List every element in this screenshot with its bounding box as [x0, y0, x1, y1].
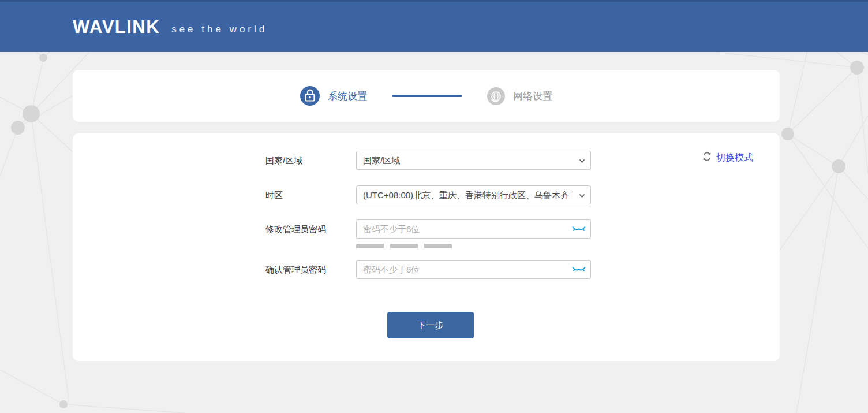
app-header: WAVLINK see the world — [0, 0, 868, 52]
admin-password-row: 修改管理员密码 — [265, 219, 780, 248]
eye-closed-icon — [572, 265, 586, 274]
form-body: 国家/区域 国家/区域 时区 (UTC+08:00)北京、重庆、香港特别行政区、… — [73, 133, 780, 338]
country-region-row: 国家/区域 国家/区域 — [265, 151, 780, 170]
step-network-settings-label: 网络设置 — [513, 90, 552, 103]
step-system-settings-label: 系统设置 — [328, 90, 367, 103]
logo-tagline: see the world — [171, 24, 267, 35]
step-network-settings: 网络设置 — [487, 87, 552, 105]
toggle-password-visibility-button[interactable] — [571, 265, 586, 274]
lock-icon — [300, 86, 320, 106]
admin-password-control — [356, 219, 591, 248]
timezone-label: 时区 — [265, 185, 356, 201]
strength-bar-2 — [390, 244, 418, 248]
next-step-button[interactable]: 下一步 — [387, 312, 474, 338]
timezone-select[interactable]: (UTC+08:00)北京、重庆、香港特别行政区、乌鲁木齐 — [356, 185, 591, 204]
timezone-row: 时区 (UTC+08:00)北京、重庆、香港特别行政区、乌鲁木齐 — [265, 185, 780, 204]
eye-closed-icon — [572, 225, 586, 234]
toggle-password-visibility-button[interactable] — [571, 225, 586, 234]
country-region-label: 国家/区域 — [265, 151, 356, 166]
step-system-settings: 系统设置 — [300, 86, 367, 106]
step-connector-line — [392, 95, 462, 97]
admin-password-label: 修改管理员密码 — [265, 219, 356, 235]
confirm-password-label: 确认管理员密码 — [265, 260, 356, 276]
globe-icon — [487, 87, 505, 105]
confirm-password-input[interactable] — [356, 260, 591, 279]
strength-bar-3 — [424, 244, 452, 248]
confirm-password-control — [356, 260, 591, 279]
wavlink-logo: WAVLINK — [73, 17, 160, 38]
confirm-password-row: 确认管理员密码 — [265, 260, 780, 279]
admin-password-input[interactable] — [356, 219, 591, 239]
system-settings-form-card: 切换模式 国家/区域 国家/区域 时区 (UTC+08:00)北京、重庆、香港特… — [73, 133, 780, 361]
country-region-select[interactable]: 国家/区域 — [356, 151, 591, 170]
password-strength-meter — [356, 244, 591, 248]
timezone-control: (UTC+08:00)北京、重庆、香港特别行政区、乌鲁木齐 — [356, 185, 591, 204]
setup-steps-card: 系统设置 网络设置 — [73, 70, 780, 122]
strength-bar-1 — [356, 244, 384, 248]
country-region-control: 国家/区域 — [356, 151, 591, 170]
